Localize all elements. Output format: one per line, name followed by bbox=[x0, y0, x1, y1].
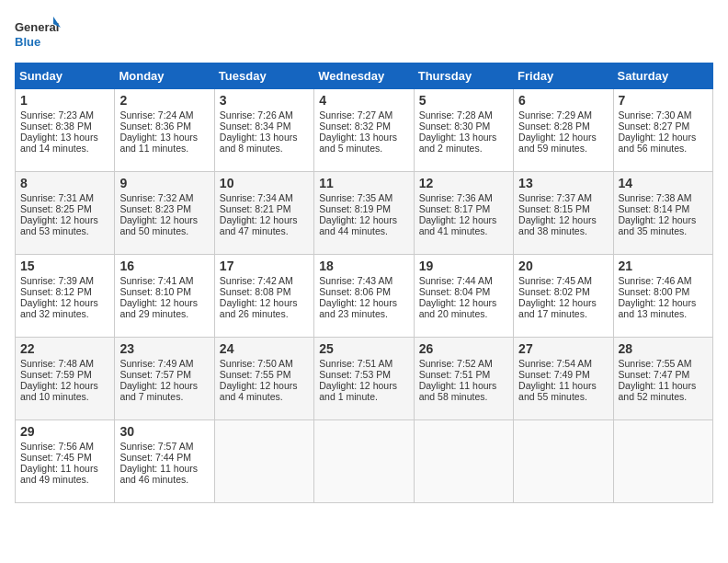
calendar-cell: 15Sunrise: 7:39 AMSunset: 8:12 PMDayligh… bbox=[16, 255, 115, 338]
logo: General Blue bbox=[15, 15, 61, 53]
day-info-line: and 38 minutes. bbox=[518, 225, 608, 236]
day-info-line: Sunset: 8:04 PM bbox=[419, 286, 508, 297]
day-number: 8 bbox=[20, 176, 109, 190]
weekday-header-tuesday: Tuesday bbox=[214, 63, 313, 89]
day-info-line: Daylight: 13 hours bbox=[419, 132, 508, 143]
calendar-cell: 27Sunrise: 7:54 AMSunset: 7:49 PMDayligh… bbox=[514, 338, 613, 420]
day-info-line: Daylight: 12 hours bbox=[319, 297, 408, 308]
day-info-line: Daylight: 12 hours bbox=[419, 214, 508, 225]
day-number: 18 bbox=[319, 259, 408, 273]
day-info-line: Daylight: 12 hours bbox=[518, 297, 608, 308]
day-info-line: and 20 minutes. bbox=[419, 308, 508, 319]
day-info-line: Sunrise: 7:57 AM bbox=[119, 441, 209, 452]
calendar-cell: 23Sunrise: 7:49 AMSunset: 7:57 PMDayligh… bbox=[115, 338, 214, 420]
day-info-line: Sunrise: 7:51 AM bbox=[319, 358, 408, 369]
day-info-line: Sunrise: 7:30 AM bbox=[619, 109, 708, 121]
week-row-3: 15Sunrise: 7:39 AMSunset: 8:12 PMDayligh… bbox=[16, 255, 713, 338]
day-info-line: Sunset: 7:57 PM bbox=[119, 369, 209, 380]
day-info-line: and 35 minutes. bbox=[619, 225, 708, 236]
calendar-cell: 2Sunrise: 7:24 AMSunset: 8:36 PMDaylight… bbox=[115, 89, 214, 172]
day-info-line: Sunset: 8:27 PM bbox=[619, 121, 708, 132]
day-number: 4 bbox=[319, 93, 408, 108]
day-info-line: Sunset: 8:02 PM bbox=[518, 286, 608, 297]
day-info-line: and 23 minutes. bbox=[319, 308, 408, 319]
day-info-line: Daylight: 11 hours bbox=[20, 463, 109, 474]
calendar-cell: 22Sunrise: 7:48 AMSunset: 7:59 PMDayligh… bbox=[16, 338, 115, 420]
day-info-line: Daylight: 13 hours bbox=[119, 132, 209, 143]
day-info-line: Sunrise: 7:44 AM bbox=[419, 275, 508, 286]
day-number: 30 bbox=[119, 424, 209, 439]
day-info-line: Sunrise: 7:29 AM bbox=[518, 109, 608, 121]
day-info-line: and 29 minutes. bbox=[119, 308, 209, 319]
day-info-line: and 10 minutes. bbox=[20, 391, 109, 402]
day-info-line: Daylight: 12 hours bbox=[419, 297, 508, 308]
calendar-cell: 10Sunrise: 7:34 AMSunset: 8:21 PMDayligh… bbox=[214, 172, 313, 255]
day-info-line: Sunrise: 7:45 AM bbox=[518, 275, 608, 286]
day-info-line: and 7 minutes. bbox=[119, 391, 209, 402]
day-info-line: Sunset: 8:36 PM bbox=[119, 121, 209, 132]
day-number: 24 bbox=[220, 341, 309, 356]
day-info-line: Daylight: 12 hours bbox=[319, 214, 408, 225]
day-info-line: Sunset: 8:08 PM bbox=[220, 286, 309, 297]
day-info-line: Daylight: 12 hours bbox=[220, 380, 309, 391]
calendar-cell: 17Sunrise: 7:42 AMSunset: 8:08 PMDayligh… bbox=[214, 255, 313, 338]
day-info-line: Sunrise: 7:41 AM bbox=[119, 275, 209, 286]
day-number: 19 bbox=[419, 259, 508, 273]
day-info-line: Sunrise: 7:36 AM bbox=[419, 192, 508, 203]
day-number: 1 bbox=[20, 93, 109, 108]
day-info-line: Sunset: 8:23 PM bbox=[119, 203, 209, 214]
day-number: 13 bbox=[518, 176, 608, 190]
day-info-line: Sunrise: 7:42 AM bbox=[220, 275, 309, 286]
calendar-cell: 16Sunrise: 7:41 AMSunset: 8:10 PMDayligh… bbox=[115, 255, 214, 338]
day-number: 14 bbox=[619, 176, 708, 190]
day-info-line: Sunset: 8:15 PM bbox=[518, 203, 608, 214]
day-number: 3 bbox=[220, 93, 309, 108]
day-info-line: Sunrise: 7:23 AM bbox=[20, 109, 109, 121]
day-info-line: Sunset: 8:38 PM bbox=[20, 121, 109, 132]
day-number: 6 bbox=[518, 93, 608, 108]
day-info-line: Daylight: 12 hours bbox=[119, 380, 209, 391]
day-info-line: Daylight: 13 hours bbox=[319, 132, 408, 143]
day-info-line: and 26 minutes. bbox=[220, 308, 309, 319]
day-info-line: Sunset: 8:06 PM bbox=[319, 286, 408, 297]
day-info-line: Sunrise: 7:24 AM bbox=[119, 109, 209, 121]
day-info-line: Daylight: 12 hours bbox=[619, 297, 708, 308]
day-number: 7 bbox=[619, 93, 708, 108]
day-number: 9 bbox=[119, 176, 209, 190]
day-number: 28 bbox=[619, 341, 708, 356]
day-info-line: Sunset: 8:17 PM bbox=[419, 203, 508, 214]
day-info-line: Sunset: 7:59 PM bbox=[20, 369, 109, 380]
calendar-cell: 24Sunrise: 7:50 AMSunset: 7:55 PMDayligh… bbox=[214, 338, 313, 420]
calendar-cell: 29Sunrise: 7:56 AMSunset: 7:45 PMDayligh… bbox=[16, 420, 115, 503]
day-info-line: Sunrise: 7:26 AM bbox=[220, 109, 309, 121]
day-info-line: Sunset: 8:32 PM bbox=[319, 121, 408, 132]
day-info-line: Sunrise: 7:46 AM bbox=[619, 275, 708, 286]
calendar-cell: 12Sunrise: 7:36 AMSunset: 8:17 PMDayligh… bbox=[414, 172, 513, 255]
day-info-line: Daylight: 13 hours bbox=[20, 132, 109, 143]
day-info-line: and 8 minutes. bbox=[220, 143, 309, 154]
calendar-cell: 25Sunrise: 7:51 AMSunset: 7:53 PMDayligh… bbox=[314, 338, 414, 420]
day-info-line: Daylight: 12 hours bbox=[619, 132, 708, 143]
calendar-cell bbox=[214, 420, 313, 503]
day-info-line: Daylight: 11 hours bbox=[419, 380, 508, 391]
day-info-line: Daylight: 12 hours bbox=[319, 380, 408, 391]
day-info-line: Daylight: 12 hours bbox=[20, 380, 109, 391]
day-info-line: and 58 minutes. bbox=[419, 391, 508, 402]
day-number: 16 bbox=[119, 259, 209, 273]
logo-svg: General Blue bbox=[15, 15, 61, 53]
day-info-line: and 2 minutes. bbox=[419, 143, 508, 154]
calendar-table: SundayMondayTuesdayWednesdayThursdayFrid… bbox=[15, 63, 713, 503]
day-info-line: and 50 minutes. bbox=[119, 225, 209, 236]
day-info-line: Daylight: 12 hours bbox=[119, 214, 209, 225]
day-info-line: Sunrise: 7:38 AM bbox=[619, 192, 708, 203]
day-info-line: Daylight: 12 hours bbox=[20, 214, 109, 225]
calendar-cell: 5Sunrise: 7:28 AMSunset: 8:30 PMDaylight… bbox=[414, 89, 513, 172]
day-info-line: Sunrise: 7:55 AM bbox=[619, 358, 708, 369]
day-info-line: Sunset: 8:00 PM bbox=[619, 286, 708, 297]
day-info-line: and 55 minutes. bbox=[518, 391, 608, 402]
day-info-line: Sunrise: 7:37 AM bbox=[518, 192, 608, 203]
day-info-line: Daylight: 11 hours bbox=[119, 463, 209, 474]
weekday-header-monday: Monday bbox=[115, 63, 214, 89]
day-info-line: and 49 minutes. bbox=[20, 474, 109, 485]
week-row-2: 8Sunrise: 7:31 AMSunset: 8:25 PMDaylight… bbox=[16, 172, 713, 255]
